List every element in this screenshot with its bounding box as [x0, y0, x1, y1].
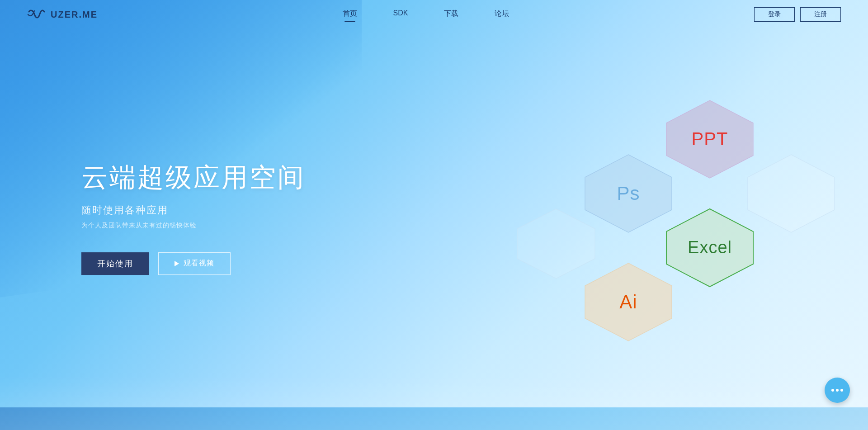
bottom-strip: [0, 407, 868, 430]
hero-section: UZER.ME 首页 SDK 下载 论坛 登录 注册 云端超级应用空间 随时使用…: [0, 0, 868, 430]
hex-ps: Ps: [583, 154, 674, 233]
hex-excel: Excel: [665, 208, 755, 288]
logo-text: UZER.ME: [51, 9, 98, 20]
nav-item-download[interactable]: 下载: [444, 9, 458, 20]
ppt-label: PPT: [692, 129, 728, 149]
main-nav: 首页 SDK 下载 论坛: [98, 9, 754, 20]
hero-buttons: 开始使用 观看视频: [81, 252, 306, 275]
register-button[interactable]: 注册: [800, 7, 841, 22]
svg-marker-5: [517, 209, 595, 279]
video-label: 观看视频: [184, 259, 214, 268]
hero-desc: 为个人及团队带来从未有过的畅快体验: [81, 222, 306, 230]
hero-subtitle: 随时使用各种应用: [81, 203, 306, 217]
nav-item-forum[interactable]: 论坛: [495, 9, 509, 20]
chat-bubble[interactable]: [825, 378, 850, 403]
excel-label: Excel: [688, 238, 732, 257]
hex-ai: Ai: [583, 262, 674, 342]
hero-content: 云端超级应用空间 随时使用各种应用 为个人及团队带来从未有过的畅快体验 开始使用…: [81, 160, 306, 275]
chat-dot-1: [831, 389, 834, 392]
auth-buttons: 登录 注册: [754, 7, 841, 22]
nav-item-sdk[interactable]: SDK: [393, 9, 408, 20]
logo: UZER.ME: [27, 8, 98, 21]
logo-icon: [27, 8, 46, 21]
chat-dot-3: [840, 389, 843, 392]
video-button[interactable]: 观看视频: [158, 252, 231, 275]
chat-dot-2: [836, 389, 839, 392]
ps-label: Ps: [617, 183, 640, 204]
chat-dots: [831, 389, 843, 392]
hex-ppt: PPT: [665, 99, 755, 179]
nav-item-home[interactable]: 首页: [343, 9, 357, 20]
hero-title: 云端超级应用空间: [81, 160, 306, 195]
ai-label: Ai: [619, 291, 637, 313]
hexagons-container: PPT Ps Excel: [515, 90, 832, 362]
hex-outline-top: [746, 154, 836, 233]
header: UZER.ME 首页 SDK 下载 论坛 登录 注册: [0, 0, 868, 29]
start-button[interactable]: 开始使用: [81, 252, 149, 275]
svg-marker-4: [748, 155, 835, 232]
play-icon: [175, 261, 179, 266]
hex-outline-left: [515, 208, 597, 279]
login-button[interactable]: 登录: [754, 7, 795, 22]
